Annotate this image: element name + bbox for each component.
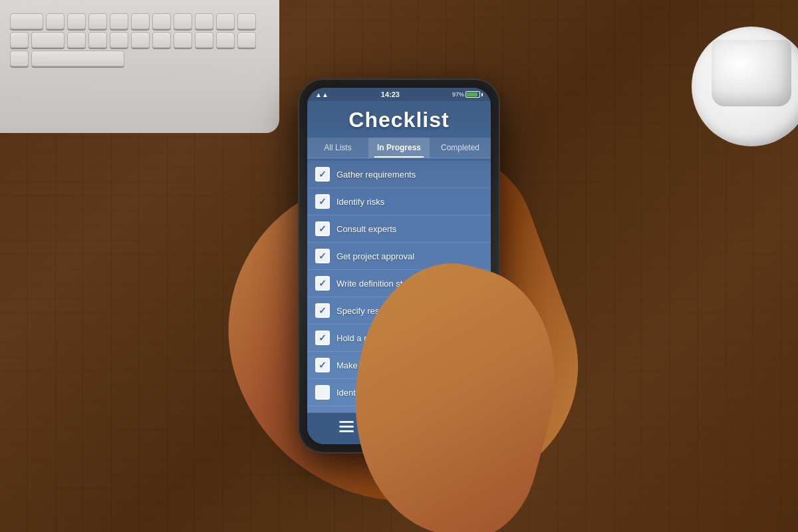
spacebar-key [31, 51, 124, 66]
checkbox-5[interactable]: ✓ [315, 276, 330, 291]
battery-bar [466, 91, 480, 98]
key [67, 32, 86, 48]
checkmark-icon: ✓ [319, 224, 327, 233]
checkbox-1[interactable]: ✓ [315, 167, 330, 182]
status-time: 14:23 [381, 90, 400, 98]
key [195, 13, 213, 29]
key [195, 32, 213, 48]
cup-area [665, 0, 798, 146]
key [67, 13, 86, 29]
checkmark-icon: ✓ [319, 333, 327, 342]
key [88, 32, 107, 48]
list-item[interactable]: ✓ Consult experts [307, 215, 491, 243]
battery-tip [481, 93, 483, 96]
tab-completed[interactable]: Completed [430, 138, 491, 158]
tab-in-progress[interactable]: In Progress [368, 138, 430, 158]
key [31, 32, 65, 48]
checkmark-icon: ✓ [319, 170, 327, 179]
battery-fill [467, 92, 477, 96]
checkmark-icon: ✓ [319, 251, 327, 261]
battery-percent: 97% [452, 91, 464, 98]
checkbox-6[interactable]: ✓ [315, 303, 330, 318]
svg-rect-0 [339, 421, 354, 423]
checkbox-2[interactable]: ✓ [315, 194, 330, 209]
wifi-icon: ▲▲ [315, 91, 329, 98]
list-item[interactable]: ✓ Gather requirements [307, 161, 491, 188]
key [174, 32, 192, 48]
key [174, 13, 192, 29]
cup [712, 40, 791, 106]
key [10, 13, 43, 29]
tab-all-lists[interactable]: All Lists [307, 138, 368, 158]
svg-rect-1 [339, 426, 354, 428]
item-text-2: Identify risks [336, 197, 384, 207]
keyboard-keys [0, 0, 279, 76]
key [10, 51, 29, 66]
battery-indicator: 97% [452, 91, 483, 98]
tab-bar: All Lists In Progress Completed [307, 138, 491, 158]
svg-rect-2 [339, 430, 354, 432]
key [131, 32, 150, 48]
checkbox-8[interactable]: ✓ [315, 358, 330, 372]
item-text-1: Gather requirements [336, 170, 416, 180]
key [237, 13, 256, 29]
checkmark-icon: ✓ [319, 306, 327, 315]
item-text-3: Consult experts [336, 224, 396, 234]
keyboard-area [0, 0, 279, 133]
status-bar: ▲▲ 14:23 97% [307, 88, 491, 101]
key [88, 13, 107, 29]
checkbox-4[interactable]: ✓ [315, 249, 330, 263]
checkbox-9[interactable] [315, 385, 330, 400]
key [10, 32, 29, 48]
list-item[interactable]: ✓ Identify risks [307, 188, 491, 215]
key [152, 32, 171, 48]
checkmark-icon: ✓ [319, 360, 327, 370]
key [110, 32, 128, 48]
phone-scene: ▲▲ 14:23 97% Checklist All Lists In [299, 80, 499, 452]
item-text-4: Get project approval [336, 251, 414, 261]
key [216, 13, 235, 29]
list-toolbar-icon[interactable] [339, 421, 354, 436]
checkbox-3[interactable]: ✓ [315, 221, 330, 236]
key [46, 13, 65, 29]
key [131, 13, 150, 29]
app-title: Checklist [307, 101, 491, 138]
checkmark-icon: ✓ [319, 279, 327, 288]
key [216, 32, 235, 48]
key [110, 13, 128, 29]
checkmark-icon: ✓ [319, 197, 327, 206]
key [152, 13, 171, 29]
checkbox-7[interactable]: ✓ [315, 331, 330, 345]
key [237, 32, 256, 48]
